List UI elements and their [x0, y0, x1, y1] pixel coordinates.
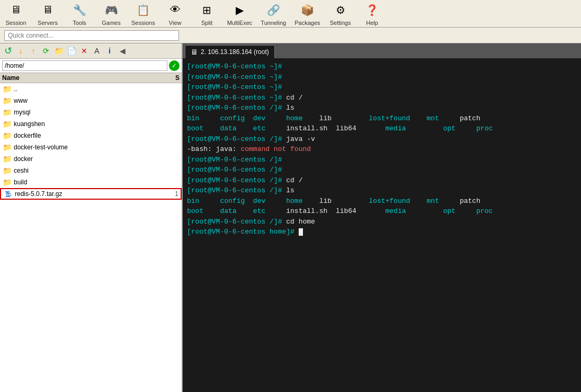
folder-icon: 📁 — [2, 166, 12, 175]
toolbar-item-servers[interactable]: 🖥 Servers — [36, 2, 59, 26]
file-name: www — [14, 97, 164, 104]
servers-label: Servers — [38, 20, 58, 26]
path-ok-btn[interactable]: ✓ — [169, 60, 180, 71]
toolbar-item-multiexec[interactable]: ▶ MultiExec — [227, 2, 253, 26]
download-btn[interactable]: ↓ — [15, 45, 26, 57]
toolbar-item-settings[interactable]: ⚙ Settings — [329, 2, 352, 26]
quick-connect-input[interactable] — [4, 30, 179, 41]
rename-btn[interactable]: A — [91, 45, 103, 57]
games-label: Games — [102, 20, 120, 26]
multiexec-label: MultiExec — [227, 20, 253, 26]
packages-label: Packages — [294, 20, 320, 26]
settings-icon: ⚙ — [332, 2, 349, 19]
newfile-btn[interactable]: 📄 — [66, 45, 77, 57]
toolbar-item-sessions[interactable]: 📋 Sessions — [131, 2, 155, 26]
split-icon: ⊞ — [199, 2, 216, 19]
toolbar-item-tools[interactable]: 🔧 Tools — [68, 2, 91, 26]
path-input[interactable] — [2, 60, 167, 71]
col-size-header: S — [164, 74, 180, 82]
path-bar: ✓ — [0, 59, 182, 73]
file-list: 📁 .. 📁 www 📁 mysql 📁 kuangshen 📁 dockerf… — [0, 83, 182, 392]
terminal-line: [root@VM-0-6-centos /]# cd home — [187, 217, 577, 227]
col-name-header: Name — [2, 74, 164, 82]
file-size: 1 — [163, 190, 178, 198]
terminal-line: [root@VM-0-6-centos ~]# — [187, 82, 577, 93]
file-item-ceshi[interactable]: 📁 ceshi — [0, 165, 182, 176]
multiexec-icon: ▶ — [231, 2, 248, 19]
toolbar-item-split[interactable]: ⊞ Split — [195, 2, 219, 26]
terminal-line: [root@VM-0-6-centos /]# — [187, 155, 577, 165]
tools-icon: 🔧 — [71, 2, 88, 19]
file-item-build[interactable]: 📁 build — [0, 176, 182, 188]
refresh-btn[interactable]: ↺ — [2, 45, 14, 57]
file-item-www[interactable]: 📁 www — [0, 95, 182, 106]
terminal-output[interactable]: [root@VM-0-6-centos ~]#[root@VM-0-6-cent… — [183, 58, 581, 392]
file-item-up[interactable]: 📁 .. — [0, 83, 182, 95]
help-label: Help — [366, 20, 378, 26]
view-label: View — [169, 20, 182, 26]
upload-btn[interactable]: ↑ — [28, 45, 39, 57]
sessions-label: Sessions — [131, 20, 155, 26]
tools-label: Tools — [73, 20, 86, 26]
terminal-line: [root@VM-0-6-centos /]# ls — [187, 103, 577, 113]
file-name: docker-test-volume — [14, 144, 164, 151]
terminal-line: boot data etc install.sh lib64 media opt… — [187, 206, 577, 217]
servers-icon: 🖥 — [39, 2, 56, 19]
packages-icon: 📦 — [299, 2, 316, 19]
file-name: redis-5.0.7.tar.gz — [15, 190, 163, 198]
terminal-line: [root@VM-0-6-centos ~]# cd / — [187, 93, 577, 103]
terminal-line: [root@VM-0-6-centos /]# — [187, 165, 577, 175]
newfolder-btn[interactable]: 📁 — [53, 45, 65, 57]
folder-up-icon: 📁 — [2, 84, 12, 94]
folder-icon: 📁 — [2, 131, 12, 140]
file-item-redis[interactable]: 🗜 redis-5.0.7.tar.gz 1 — [0, 188, 182, 200]
file-name: docker — [14, 155, 164, 163]
left-arrow[interactable]: ◀ — [117, 45, 128, 57]
terminal-cursor — [299, 228, 303, 236]
tab-bar: 🖥 2. 106.13.186.164 (root) — [183, 43, 581, 58]
toolbar-item-games[interactable]: 🎮 Games — [100, 2, 123, 26]
file-name: dockerfile — [14, 132, 164, 139]
file-name: kuangshen — [14, 120, 164, 128]
terminal-line: [root@VM-0-6-centos /]# ls — [187, 185, 577, 196]
session-label: Session — [5, 20, 26, 26]
file-list-header: Name S — [0, 73, 182, 83]
folder-icon: 📁 — [2, 119, 12, 129]
sessions-icon: 📋 — [135, 2, 151, 19]
folder-icon: 📁 — [2, 96, 12, 105]
toolbar-item-tunneling[interactable]: 🔗 Tunneling — [261, 2, 286, 26]
terminal-line: bin config dev home lib lost+found mnt p… — [187, 196, 577, 207]
file-name: ceshi — [14, 167, 164, 174]
delete-btn[interactable]: ✕ — [78, 45, 90, 57]
file-item-docker[interactable]: 📁 docker — [0, 153, 182, 165]
toolbar-item-view[interactable]: 👁 View — [164, 2, 187, 26]
terminal-line: bin config dev home lib lost+found mnt p… — [187, 113, 577, 124]
file-item-dockerfile[interactable]: 📁 dockerfile — [0, 130, 182, 141]
folder-icon: 📁 — [2, 154, 12, 164]
terminal-line: boot data etc install.sh lib64 media opt… — [187, 123, 577, 134]
session-icon: 🖥 — [7, 2, 24, 19]
folder-icon: 📁 — [2, 177, 12, 187]
folder-icon: 📁 — [2, 108, 12, 117]
main-toolbar: 🖥 Session 🖥 Servers 🔧 Tools 🎮 Games 📋 Se… — [0, 0, 581, 28]
games-icon: 🎮 — [103, 2, 120, 19]
tunneling-label: Tunneling — [261, 20, 286, 26]
tunneling-icon: 🔗 — [265, 2, 282, 19]
terminal-line: [root@VM-0-6-centos ~]# — [187, 61, 577, 72]
file-name: mysql — [14, 109, 164, 116]
file-item-mysql[interactable]: 📁 mysql — [0, 106, 182, 118]
view-icon: 👁 — [167, 2, 184, 19]
info-btn[interactable]: i — [104, 45, 115, 57]
terminal-line: -bash: java: command not found — [187, 144, 577, 155]
folder-icon: 📁 — [2, 142, 12, 152]
terminal-panel: 🖥 2. 106.13.186.164 (root) [root@VM-0-6-… — [183, 43, 581, 392]
sync-btn[interactable]: ⟳ — [40, 45, 52, 57]
terminal-tab[interactable]: 🖥 2. 106.13.186.164 (root) — [185, 45, 275, 58]
toolbar-item-session[interactable]: 🖥 Session — [4, 2, 28, 26]
toolbar-item-help[interactable]: ❓ Help — [361, 2, 384, 26]
file-item-docker-test-volume[interactable]: 📁 docker-test-volume — [0, 141, 182, 153]
toolbar-item-packages[interactable]: 📦 Packages — [294, 2, 320, 26]
quick-connect-bar — [0, 28, 581, 43]
file-name: .. — [14, 85, 164, 93]
file-item-kuangshen[interactable]: 📁 kuangshen — [0, 118, 182, 130]
